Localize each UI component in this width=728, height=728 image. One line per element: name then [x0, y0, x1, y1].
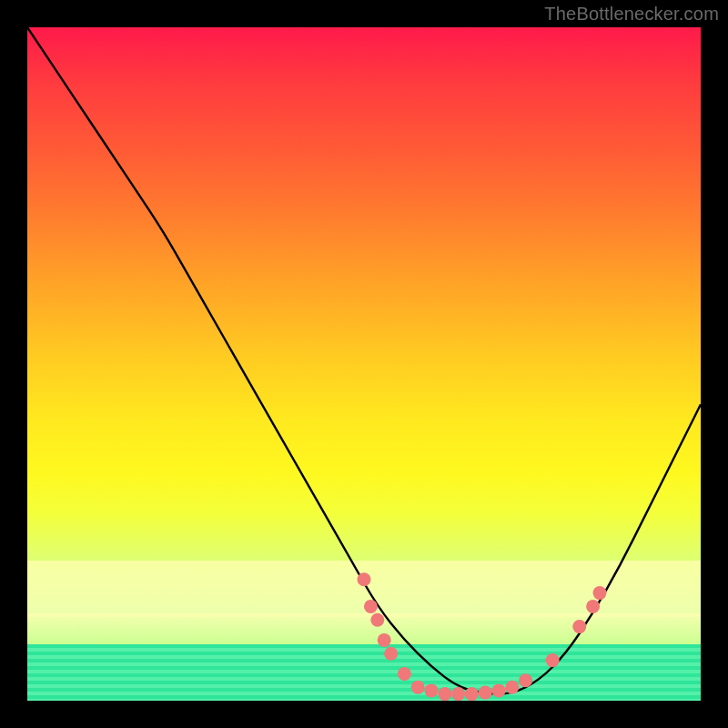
data-marker [364, 600, 378, 613]
plot-area [27, 27, 701, 701]
watermark-text: TheBottlenecker.com [544, 4, 719, 25]
data-marker [586, 600, 600, 613]
data-marker [451, 687, 465, 701]
data-markers [358, 572, 607, 701]
chart-frame: TheBottlenecker.com [0, 0, 728, 728]
data-marker [465, 687, 479, 701]
data-marker [572, 620, 586, 633]
data-marker [425, 683, 439, 697]
data-marker [411, 681, 425, 694]
data-marker [398, 667, 411, 681]
chart-svg [27, 27, 701, 701]
data-marker [492, 683, 506, 697]
data-marker [546, 653, 560, 667]
data-marker [384, 647, 398, 661]
data-marker [505, 681, 519, 694]
data-marker [378, 633, 391, 647]
data-marker [519, 673, 532, 687]
data-marker [358, 572, 371, 586]
data-marker [593, 586, 607, 600]
data-marker [479, 686, 492, 700]
data-marker [370, 613, 384, 627]
data-marker [438, 687, 451, 701]
